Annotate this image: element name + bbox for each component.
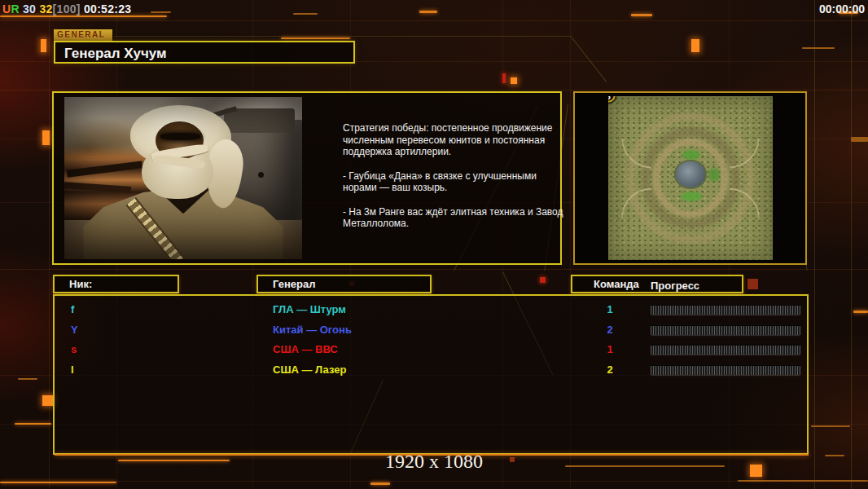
circuit-trace [0, 20, 868, 21]
glow-line [15, 423, 51, 425]
glow-square [691, 39, 699, 52]
circuit-trace [0, 269, 868, 270]
glow-line [802, 47, 835, 49]
general-tab-label: GENERAL [54, 29, 112, 41]
player-nick: s [71, 343, 77, 355]
players-table: fГЛА — Штурм1YКитай — Огонь2sСША — ВВС1l… [53, 294, 809, 455]
player-nick: l [71, 363, 74, 376]
briefing-paragraph: - Гаубица «Дана» в связке с улучшенными … [343, 170, 569, 194]
briefing-paragraph: - На 3м Ранге вас ждёт элитная техника и… [343, 206, 569, 230]
loading-screen: UR 30 32[100] 00:52:23 00:00:00 GENERAL … [0, 0, 868, 489]
general-info-panel: Стратегия победы: постепенное продвижени… [52, 91, 562, 265]
glow-line [738, 480, 868, 482]
player-team: 1 [602, 343, 618, 355]
general-portrait [64, 97, 302, 259]
glow-square [41, 39, 46, 52]
glow-square [511, 77, 517, 84]
minimap-vignette [608, 96, 773, 260]
circuit-trace [814, 0, 815, 489]
column-header-nick: Ник: [53, 275, 179, 293]
glow-square [540, 277, 546, 283]
glow-square [747, 279, 758, 289]
glow-line [18, 378, 37, 380]
player-general: ГЛА — Штурм [273, 303, 346, 315]
player-progress-bar [651, 325, 800, 335]
player-team: 2 [602, 324, 618, 336]
glow-line [151, 11, 171, 13]
circuit-trace [851, 0, 852, 489]
glow-square [42, 395, 53, 406]
glow-line [853, 311, 868, 313]
player-row: lСША — Лазер2 [55, 361, 807, 381]
briefing-text: Стратегия победы: постепенное продвижени… [343, 122, 569, 242]
resolution-label: 1920 x 1080 [0, 451, 868, 473]
minimap: 2413$$$$$$$$$$$$ [608, 96, 773, 260]
glow-line [293, 13, 318, 15]
player-general: США — Лазер [273, 363, 346, 376]
player-progress-bar [651, 305, 800, 315]
glow-line [0, 482, 116, 483]
glow-line [0, 15, 167, 17]
glow-line [811, 425, 850, 427]
score-value1: 30 [20, 2, 40, 15]
score-u: U [2, 2, 11, 15]
match-timer: 00:00:00 [819, 2, 865, 15]
score-readout: UR 30 32[100] 00:52:23 [2, 2, 131, 15]
circuit-trace [0, 90, 868, 90]
score-value2: 32 [39, 2, 52, 15]
glow-line [419, 11, 437, 13]
glow-line [370, 482, 390, 485]
player-team: 2 [602, 363, 618, 376]
column-header-general: Генерал [256, 275, 432, 293]
player-progress-bar [651, 345, 800, 355]
circuit-trace [49, 0, 50, 489]
glow-line [281, 37, 350, 39]
player-progress-bar [651, 365, 800, 375]
player-nick: f [71, 303, 74, 315]
column-header-team: Команда [594, 278, 639, 290]
glow-line [631, 14, 652, 16]
glow-square [502, 73, 506, 83]
player-nick: Y [71, 324, 78, 336]
session-time: 00:52:23 [81, 2, 132, 15]
general-title-box: Генерал Хучум [54, 41, 355, 64]
player-row: YКитай — Огонь2 [55, 321, 807, 341]
circuit-trace [114, 36, 570, 37]
portrait-vignette [64, 97, 302, 259]
player-team: 1 [602, 303, 618, 315]
glow-square [42, 130, 50, 145]
general-name: Генерал Хучум [64, 46, 167, 62]
glow-line [851, 137, 868, 142]
column-header-team-progress: КомандаПрогресс [571, 275, 743, 293]
player-row: fГЛА — Штурм1 [55, 301, 807, 321]
player-row: sСША — ВВС1 [55, 341, 807, 361]
score-bracket: [100] [53, 2, 81, 15]
player-general: Китай — Огонь [273, 324, 352, 336]
minimap-panel: 2413$$$$$$$$$$$$ [573, 91, 807, 265]
player-general: США — ВВС [273, 343, 338, 355]
score-r: R [11, 2, 19, 15]
column-header-progress: Прогресс [651, 278, 699, 293]
briefing-paragraph: Стратегия победы: постепенное продвижени… [343, 122, 569, 158]
